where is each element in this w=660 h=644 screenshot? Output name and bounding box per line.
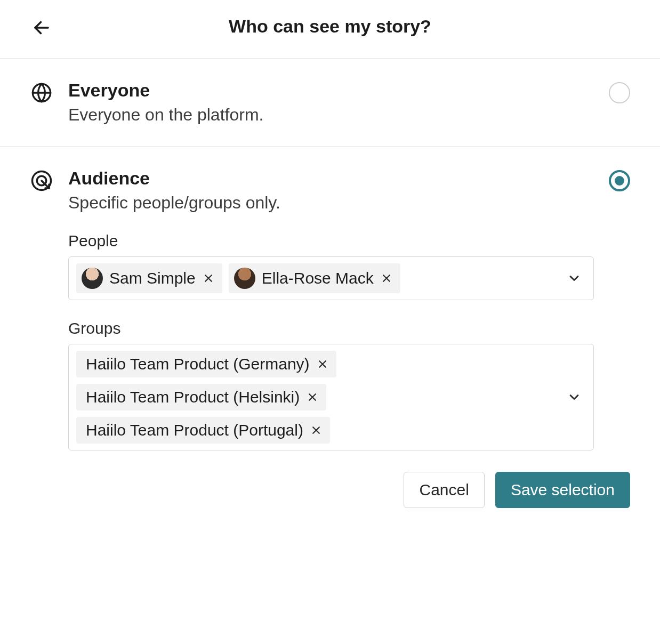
expand-people-button[interactable]: [565, 269, 584, 288]
remove-chip-button[interactable]: [202, 272, 215, 285]
radio-audience[interactable]: [609, 170, 630, 191]
chevron-down-icon: [567, 390, 582, 405]
group-chip: Haiilo Team Product (Portugal): [76, 417, 330, 444]
groups-selector[interactable]: Haiilo Team Product (Germany) Haiilo Tea…: [68, 344, 594, 450]
option-title: Audience: [68, 168, 594, 189]
remove-chip-button[interactable]: [306, 391, 319, 404]
people-selector[interactable]: Sam Simple Ella-Rose Mack: [68, 256, 594, 300]
avatar: [234, 268, 255, 289]
person-chip: Ella-Rose Mack: [229, 263, 400, 293]
groups-label: Groups: [68, 319, 594, 337]
close-icon: [317, 359, 328, 369]
radio-everyone[interactable]: [609, 82, 630, 103]
globe-icon: [30, 81, 53, 104]
chip-label: Haiilo Team Product (Helsinki): [86, 388, 300, 406]
chip-label: Haiilo Team Product (Germany): [86, 355, 310, 373]
chip-label: Haiilo Team Product (Portugal): [86, 421, 303, 439]
remove-chip-button[interactable]: [316, 358, 329, 371]
back-button[interactable]: [30, 16, 53, 39]
option-body: Everyone Everyone on the platform.: [68, 80, 594, 125]
visibility-option-audience[interactable]: Audience Specific people/groups only. Pe…: [0, 147, 660, 450]
expand-groups-button[interactable]: [565, 388, 584, 407]
option-description: Specific people/groups only.: [68, 193, 594, 213]
chip-label: Ella-Rose Mack: [262, 269, 374, 287]
remove-chip-button[interactable]: [310, 424, 323, 437]
close-icon: [307, 392, 318, 402]
cancel-button[interactable]: Cancel: [404, 472, 484, 508]
person-chip: Sam Simple: [76, 263, 222, 293]
target-icon: [30, 169, 53, 192]
chevron-down-icon: [567, 271, 582, 286]
dialog-title: Who can see my story?: [30, 16, 630, 37]
group-chip: Haiilo Team Product (Helsinki): [76, 384, 326, 410]
close-icon: [381, 273, 392, 284]
save-button[interactable]: Save selection: [495, 472, 630, 508]
option-body: Audience Specific people/groups only. Pe…: [68, 168, 594, 450]
groups-chips: Haiilo Team Product (Germany) Haiilo Tea…: [76, 351, 556, 444]
remove-chip-button[interactable]: [380, 272, 393, 285]
arrow-left-icon: [32, 18, 51, 37]
close-icon: [203, 273, 214, 284]
dialog-footer: Cancel Save selection: [0, 450, 660, 508]
dialog-header: Who can see my story?: [0, 0, 660, 59]
option-title: Everyone: [68, 80, 594, 101]
close-icon: [311, 425, 321, 436]
chip-label: Sam Simple: [109, 269, 196, 287]
visibility-option-everyone[interactable]: Everyone Everyone on the platform.: [0, 59, 660, 147]
group-chip: Haiilo Team Product (Germany): [76, 351, 336, 377]
people-chips: Sam Simple Ella-Rose Mack: [76, 263, 586, 293]
avatar: [82, 268, 103, 289]
option-description: Everyone on the platform.: [68, 105, 594, 125]
people-label: People: [68, 232, 594, 250]
